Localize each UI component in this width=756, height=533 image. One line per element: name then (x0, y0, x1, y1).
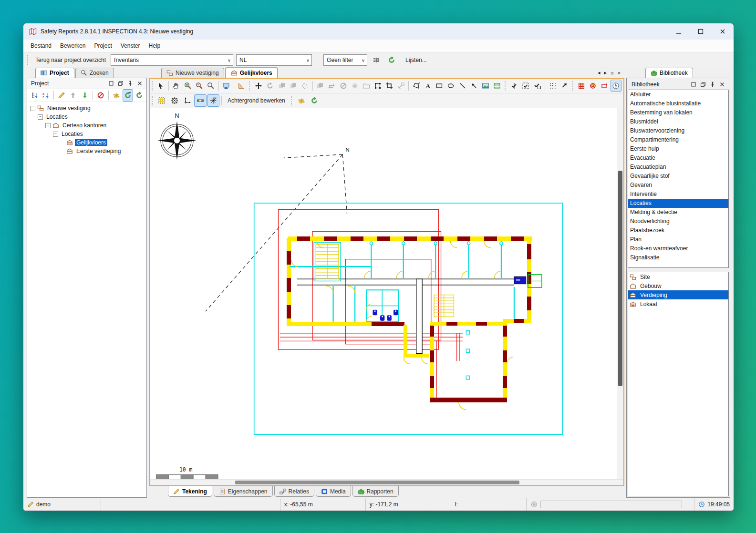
snap-line-button[interactable] (509, 80, 520, 92)
measure-button[interactable] (236, 80, 247, 92)
tab-tekening[interactable]: Tekening (168, 486, 212, 497)
block-button[interactable] (95, 89, 106, 102)
tree-item-eerste-verdieping[interactable]: Eerste verdieping (28, 147, 145, 155)
menu-bestand[interactable]: Bestand (26, 41, 56, 51)
resize-button[interactable] (395, 80, 406, 92)
list-item[interactable]: Gevaarlijke stof (628, 172, 728, 181)
doc-tab-gelijkvloers[interactable]: Gelijkvloers (225, 67, 278, 78)
move-up-button[interactable] (68, 89, 78, 102)
snap-grid-button[interactable] (520, 80, 531, 92)
collapse-icon[interactable]: − (30, 106, 35, 111)
zoom-in-button[interactable] (182, 80, 193, 92)
list-item[interactable]: Plan (628, 235, 728, 244)
floor-plan-drawing[interactable]: N N (150, 108, 623, 479)
tab-rapporten[interactable]: Rapporten (352, 486, 399, 497)
list-item[interactable]: Interventie (628, 190, 728, 199)
list-item[interactable]: Eerste hulp (628, 144, 728, 154)
tab-project[interactable]: Project (35, 68, 74, 78)
tree-item-nieuwe-vestiging[interactable]: − Nieuwe vestiging (28, 104, 145, 113)
edit-tag-button[interactable] (56, 89, 67, 102)
menu-venster[interactable]: Venster (116, 41, 145, 51)
tree-item-locaties-1[interactable]: − Locaties (28, 113, 145, 121)
swap-background-button[interactable] (295, 94, 308, 107)
rectangle-tool-button[interactable] (434, 80, 445, 92)
list-item[interactable]: Blusmiddel (628, 117, 728, 126)
circle-zone-button[interactable] (587, 80, 598, 92)
insert-table-button[interactable] (492, 80, 503, 92)
level-item-gebouw[interactable]: Gebouw (628, 281, 728, 290)
collapse-icon[interactable]: − (45, 123, 51, 128)
panel-restore-button[interactable] (698, 81, 708, 88)
scrollbar-thumb[interactable] (235, 481, 519, 484)
pan-button[interactable] (171, 80, 182, 92)
canvas-horizontal-scrollbar[interactable] (150, 479, 623, 485)
insert-image-button[interactable] (480, 80, 491, 92)
open-button[interactable] (361, 80, 372, 92)
panel-close-button[interactable] (135, 80, 145, 87)
move-down-button[interactable] (80, 89, 90, 102)
tab-bibliotheek[interactable]: Bibliotheek (645, 68, 693, 78)
back-to-project-button[interactable]: Terug naar project overzicht (33, 57, 108, 63)
list-item[interactable]: Bluswatervoorziening (628, 126, 728, 135)
approve-button[interactable] (349, 80, 360, 92)
pointer-arrow-button[interactable] (559, 80, 570, 92)
axes-button[interactable] (181, 94, 194, 107)
collapse-icon[interactable]: − (38, 114, 43, 120)
send-backward-button[interactable] (276, 80, 287, 92)
title-bar[interactable]: Safety Reports 2.8.14.1 INSPECTION 4.3: … (23, 23, 734, 40)
list-item[interactable]: Evacuatie (628, 154, 728, 163)
minimize-button[interactable] (668, 23, 690, 40)
select-cursor-button[interactable] (155, 80, 166, 92)
fit-to-screen-button[interactable] (221, 80, 232, 92)
ellipse-tool-button[interactable] (445, 80, 456, 92)
refresh-button[interactable] (385, 54, 398, 66)
lists-button[interactable]: Lijsten... (401, 57, 432, 63)
panel-close-button[interactable] (717, 81, 727, 88)
list-item-selected[interactable]: Locaties (628, 199, 728, 208)
text-tool-button[interactable] (422, 80, 433, 92)
panel-pin-button[interactable] (125, 80, 135, 87)
tab-prev-button[interactable]: ◂ (598, 70, 601, 76)
tab-close-button[interactable]: × (618, 70, 621, 76)
compass-button[interactable] (611, 80, 621, 92)
close-button[interactable] (712, 23, 734, 40)
sort-tree-button[interactable] (29, 89, 40, 102)
collapse-icon[interactable]: − (53, 132, 58, 137)
hatch-zone-button[interactable] (576, 80, 587, 92)
filter-select[interactable]: Geen filter ∨ (323, 54, 367, 66)
refresh-drawing-button[interactable] (308, 94, 321, 107)
doc-tab-nieuwe-vestiging[interactable]: Nieuwe vestiging (161, 68, 224, 78)
zoom-out-button[interactable] (194, 80, 205, 92)
list-item[interactable]: Melding & detectie (628, 208, 728, 217)
snap-object-button[interactable] (532, 80, 543, 92)
panel-restore-button[interactable] (116, 80, 125, 87)
point-grid-button[interactable] (547, 80, 558, 92)
list-item[interactable]: Afsluiter (628, 90, 728, 99)
tab-list-button[interactable]: ≡ (611, 70, 613, 76)
draw-polygon-button[interactable] (411, 80, 422, 92)
move-button[interactable] (253, 80, 264, 92)
level-item-verdieping[interactable]: Verdieping (628, 290, 728, 299)
toolbar-drag-handle[interactable] (27, 55, 30, 65)
edit-nodes-button[interactable] (373, 80, 383, 92)
tab-next-button[interactable]: ▸ (604, 70, 607, 76)
refresh-add-button[interactable] (123, 89, 133, 102)
sort-alpha-button[interactable] (41, 89, 51, 102)
level-item-site[interactable]: Site (628, 272, 728, 281)
list-item[interactable]: Compartimentering (628, 135, 728, 144)
panel-pin-button[interactable] (708, 81, 717, 88)
tree-item-certeso-kantoren[interactable]: − Certeso kantoren (28, 121, 145, 130)
north-arrow-button[interactable] (207, 94, 219, 107)
zoom-window-button[interactable] (205, 80, 216, 92)
arrow-tool-button[interactable] (468, 80, 479, 92)
level-item-lokaal[interactable]: Lokaal (628, 299, 728, 308)
menu-project[interactable]: Project (90, 41, 116, 51)
line-tool-button[interactable] (457, 80, 468, 92)
list-item[interactable]: Noodverlichting (628, 217, 728, 226)
panel-maximize-button[interactable] (106, 80, 116, 87)
tree-item-gelijkvloers[interactable]: Gelijkvloers (28, 138, 145, 147)
list-item[interactable]: Bestemming van lokalen (628, 108, 728, 117)
language-select[interactable]: NL ∨ (236, 54, 312, 66)
scale-bar-button[interactable] (194, 94, 207, 107)
tab-zoeken[interactable]: Zoeken (75, 68, 114, 78)
